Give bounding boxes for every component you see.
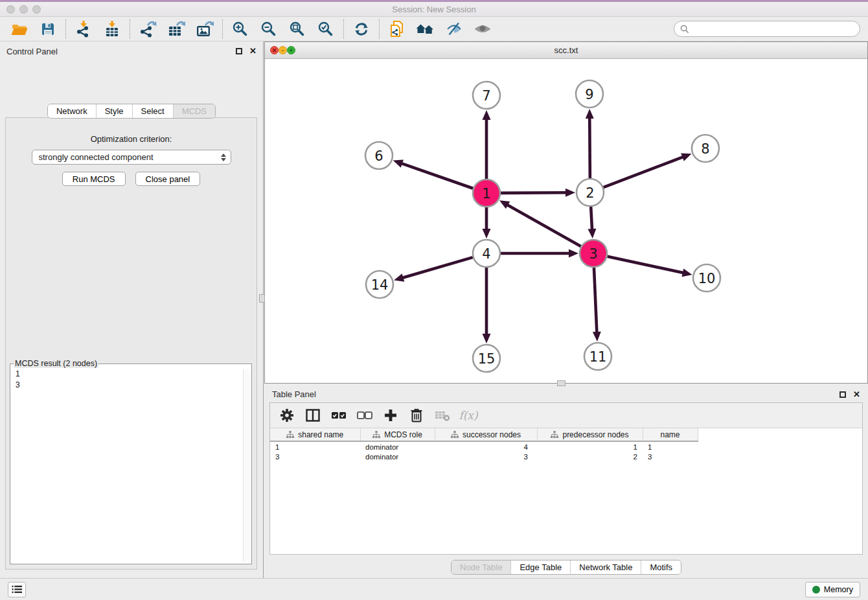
node-10[interactable]: 10 <box>693 264 720 292</box>
node-6[interactable]: 6 <box>365 142 393 169</box>
node-15[interactable]: 15 <box>473 345 500 372</box>
criterion-dropdown[interactable]: strongly connected component <box>32 150 231 165</box>
control-panel: Control Panel ✕ NetworkStyleSelectMCDS O… <box>0 41 264 578</box>
add-column-button[interactable] <box>380 406 401 425</box>
export-network-button[interactable] <box>133 19 162 40</box>
edge-2-8[interactable] <box>604 153 692 187</box>
float-table-panel-icon[interactable] <box>839 391 846 398</box>
edge-3-10[interactable] <box>607 257 692 277</box>
network-graph[interactable]: 7968124314101511 <box>265 59 867 383</box>
table-settings-button[interactable] <box>277 406 297 425</box>
search-input[interactable] <box>693 23 854 34</box>
show-graphics-button[interactable] <box>468 19 497 40</box>
task-history-button[interactable] <box>8 582 26 597</box>
zoom-selected-button[interactable] <box>312 19 340 40</box>
node-table[interactable]: shared nameMCDS rolesuccessor nodesprede… <box>270 428 862 554</box>
column-header-mcds-role[interactable]: MCDS role <box>360 428 435 441</box>
edge-3-1[interactable] <box>499 200 581 246</box>
import-table-button[interactable] <box>98 19 126 40</box>
arrowhead-icon <box>593 332 601 341</box>
column-header-successor-nodes[interactable]: successor nodes <box>435 428 537 441</box>
edge-2-9[interactable] <box>586 109 594 178</box>
tab-network[interactable]: Network <box>48 104 96 118</box>
table-tab-network-table[interactable]: Network Table <box>570 560 641 574</box>
save-session-button[interactable] <box>34 19 62 40</box>
edge-1-2[interactable] <box>501 189 575 197</box>
tab-select[interactable]: Select <box>132 104 173 118</box>
horizontal-splitter-handle[interactable] <box>557 380 565 386</box>
zoom-selected-icon <box>317 21 334 38</box>
zoom-in-button[interactable] <box>226 19 255 40</box>
run-mcds-button[interactable]: Run MCDS <box>62 172 126 186</box>
delete-column-button[interactable] <box>406 406 427 425</box>
memory-label: Memory <box>824 585 853 594</box>
edge-2-3[interactable] <box>588 207 596 238</box>
cell-successor-nodes[interactable]: 3 <box>435 452 537 462</box>
network-window-titlebar[interactable]: ✕ − + scc.txt <box>265 42 867 59</box>
cell-mcds-role[interactable]: dominator <box>360 441 435 452</box>
column-header-name[interactable]: name <box>643 428 698 441</box>
table-tab-edge-table[interactable]: Edge Table <box>510 560 570 574</box>
table-row[interactable]: 1dominator411 <box>270 441 698 452</box>
table-tab-node-table[interactable]: Node Table <box>451 560 511 574</box>
tab-style[interactable]: Style <box>96 104 132 118</box>
node-2[interactable]: 2 <box>577 179 604 206</box>
node-3[interactable]: 3 <box>580 240 607 267</box>
node-9[interactable]: 9 <box>576 80 603 108</box>
tab-mcds[interactable]: MCDS <box>173 104 215 118</box>
memory-status-button[interactable]: Memory <box>805 582 860 597</box>
show-column-pane-button[interactable] <box>303 406 323 425</box>
cell-shared-name[interactable]: 3 <box>270 452 360 462</box>
clone-network-icon <box>389 20 405 38</box>
zoom-fit-button[interactable] <box>283 19 312 40</box>
zoom-fit-icon <box>289 21 306 38</box>
deselect-all-rows-button[interactable] <box>354 406 375 425</box>
cell-name[interactable]: 1 <box>643 441 698 452</box>
network-canvas[interactable]: 7968124314101511 <box>265 59 867 383</box>
edge-4-15[interactable] <box>483 268 491 343</box>
delete-table-icon <box>435 409 450 422</box>
open-session-button[interactable] <box>5 19 34 40</box>
node-7[interactable]: 7 <box>473 82 500 109</box>
table-row[interactable]: 3dominator323 <box>270 452 698 462</box>
cell-successor-nodes[interactable]: 4 <box>435 441 537 452</box>
unchecked-boxes-icon <box>357 411 372 420</box>
zoom-out-button[interactable] <box>255 19 283 40</box>
edge-1-4[interactable] <box>483 207 491 238</box>
select-all-rows-button[interactable] <box>328 406 349 425</box>
reset-home-button[interactable] <box>411 19 440 40</box>
export-image-button[interactable] <box>190 19 219 40</box>
float-panel-icon[interactable] <box>236 48 242 54</box>
edge-3-11[interactable] <box>593 268 601 341</box>
cell-predecessor-nodes[interactable]: 1 <box>537 441 643 452</box>
node-4[interactable]: 4 <box>473 240 500 267</box>
cell-shared-name[interactable]: 1 <box>270 441 360 452</box>
result-scrollbar[interactable] <box>243 369 250 562</box>
close-panel-button[interactable]: Close panel <box>135 172 201 186</box>
hide-graphics-button[interactable] <box>440 19 468 40</box>
cell-mcds-role[interactable]: dominator <box>360 452 435 462</box>
cell-predecessor-nodes[interactable]: 2 <box>537 452 643 462</box>
node-11[interactable]: 11 <box>584 343 611 370</box>
node-14[interactable]: 14 <box>366 271 393 298</box>
function-builder-button[interactable]: f(x) <box>458 406 479 425</box>
export-table-button[interactable] <box>162 19 190 40</box>
close-table-panel-icon[interactable]: ✕ <box>853 391 860 398</box>
column-header-predecessor-nodes[interactable]: predecessor nodes <box>537 428 643 441</box>
clone-network-button[interactable] <box>383 19 411 40</box>
vertical-splitter-handle[interactable] <box>259 294 265 303</box>
search-box[interactable] <box>674 21 860 37</box>
delete-table-button[interactable] <box>432 406 453 425</box>
node-8[interactable]: 8 <box>692 135 719 162</box>
node-1[interactable]: 1 <box>473 179 500 207</box>
refresh-button[interactable] <box>347 19 376 40</box>
edge-1-7[interactable] <box>483 110 491 179</box>
import-network-button[interactable] <box>69 19 98 40</box>
cell-name[interactable]: 3 <box>643 452 698 462</box>
column-header-shared-name[interactable]: shared name <box>270 428 360 441</box>
edge-4-3[interactable] <box>501 249 578 258</box>
close-panel-icon[interactable]: ✕ <box>249 48 257 54</box>
edge-1-6[interactable] <box>393 159 474 188</box>
edge-4-14[interactable] <box>394 257 473 281</box>
table-tab-motifs[interactable]: Motifs <box>641 560 681 574</box>
